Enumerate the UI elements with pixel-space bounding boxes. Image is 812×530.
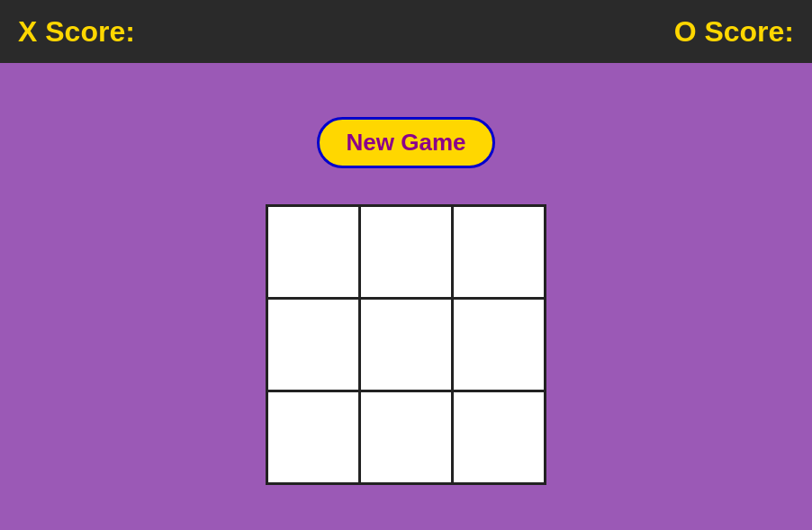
cell-2[interactable] <box>454 207 544 297</box>
x-score-label: X Score: <box>18 15 135 49</box>
new-game-button[interactable]: New Game <box>317 117 496 168</box>
game-area: New Game <box>0 63 812 530</box>
header: X Score: O Score: <box>0 0 812 63</box>
cell-3[interactable] <box>268 300 358 390</box>
cell-6[interactable] <box>268 392 358 482</box>
game-board <box>266 204 546 485</box>
cell-4[interactable] <box>361 300 451 390</box>
o-score-label: O Score: <box>674 15 794 49</box>
cell-5[interactable] <box>454 300 544 390</box>
cell-8[interactable] <box>454 392 544 482</box>
cell-1[interactable] <box>361 207 451 297</box>
cell-7[interactable] <box>361 392 451 482</box>
cell-0[interactable] <box>268 207 358 297</box>
